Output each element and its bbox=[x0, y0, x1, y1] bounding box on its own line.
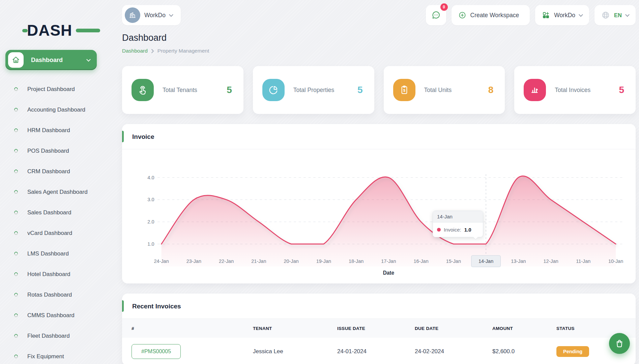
stat-card-total-invoices: Total Invoices5 bbox=[514, 66, 636, 114]
column-header-amount: AMOUNT bbox=[492, 326, 556, 331]
home-icon bbox=[8, 52, 24, 68]
page-title: Dashboard bbox=[122, 33, 636, 43]
ring-icon bbox=[13, 107, 19, 112]
dash-logo: DASH bbox=[27, 21, 86, 40]
svg-text:13-Jan: 13-Jan bbox=[511, 259, 526, 264]
ring-icon bbox=[13, 210, 19, 215]
tooltip-series-label: Invoice: bbox=[444, 227, 461, 233]
topbar-actions: 0 Create Workspace WorkDo bbox=[426, 5, 636, 25]
cell-due-date: 24-02-2024 bbox=[415, 348, 492, 355]
bar-chart-icon bbox=[524, 79, 546, 101]
sidebar-item-sales-agent-dashboard[interactable]: Sales Agent Dashboard bbox=[0, 182, 103, 202]
sidebar-menu: Project DashboardAccounting DashboardHRM… bbox=[0, 74, 103, 364]
svg-text:15-Jan: 15-Jan bbox=[446, 259, 461, 264]
svg-text:24-Jan: 24-Jan bbox=[154, 259, 169, 264]
plus-circle-icon bbox=[458, 11, 466, 19]
messages-button[interactable]: 0 bbox=[426, 5, 446, 25]
ring-icon bbox=[13, 313, 19, 318]
sidebar-item-project-dashboard[interactable]: Project Dashboard bbox=[0, 79, 103, 99]
chevron-down-icon bbox=[625, 12, 630, 17]
column-header-: # bbox=[132, 326, 253, 331]
svg-text:Date: Date bbox=[383, 270, 395, 276]
sidebar-item-label: LMS Dashboard bbox=[27, 250, 69, 257]
sidebar-item-label: POS Dashboard bbox=[27, 148, 69, 154]
cell-issue-date: 24-01-2024 bbox=[337, 348, 415, 355]
building-icon bbox=[128, 11, 137, 19]
svg-text:11-Jan: 11-Jan bbox=[576, 259, 590, 264]
sidebar: DASH Dashboard Project DashboardAccounti… bbox=[0, 0, 103, 364]
sidebar-item-crm-dashboard[interactable]: CRM Dashboard bbox=[0, 161, 103, 182]
invoice-section-title: Invoice bbox=[132, 133, 154, 140]
sidebar-item-hrm-dashboard[interactable]: HRM Dashboard bbox=[0, 120, 103, 141]
sidebar-item-accounting-dashboard[interactable]: Accounting Dashboard bbox=[0, 99, 103, 120]
clipboard-dollar-icon: $ bbox=[393, 79, 415, 101]
svg-text:12-Jan: 12-Jan bbox=[544, 259, 558, 264]
cart-button[interactable] bbox=[609, 333, 630, 354]
column-header-due-date: DUE DATE bbox=[415, 326, 492, 331]
series-dot-icon bbox=[437, 228, 441, 232]
status-badge: Pending bbox=[556, 346, 589, 357]
sidebar-active-label: Dashboard bbox=[31, 57, 63, 64]
sidebar-item-fleet-dashboard[interactable]: Fleet Dashboard bbox=[0, 326, 103, 346]
workspace-selector[interactable]: WorkDo bbox=[122, 5, 181, 25]
stat-card-value: 5 bbox=[619, 85, 624, 95]
svg-text:2.0: 2.0 bbox=[147, 219, 154, 224]
tooltip-date: 14-Jan bbox=[433, 211, 483, 222]
cell-amount: $2,600.0 bbox=[492, 348, 556, 355]
sidebar-item-label: Sales Agent Dashboard bbox=[27, 189, 88, 195]
sidebar-item-rotas-dashboard[interactable]: Rotas Dashboard bbox=[0, 284, 103, 305]
recent-invoices-header: Recent Invoices bbox=[122, 294, 636, 319]
sidebar-item-hotel-dashboard[interactable]: Hotel Dashboard bbox=[0, 264, 103, 284]
stat-card-value: 5 bbox=[357, 85, 363, 95]
ring-icon bbox=[13, 231, 19, 236]
invoice-chart-area: 4.03.02.01.024-Jan23-Jan22-Jan21-Jan20-J… bbox=[122, 149, 636, 283]
invoice-panel-header: Invoice bbox=[122, 124, 636, 149]
stat-card-label: Total Invoices bbox=[555, 87, 590, 94]
create-workspace-button[interactable]: Create Workspace bbox=[452, 5, 530, 25]
ring-icon bbox=[13, 272, 19, 277]
sidebar-item-pos-dashboard[interactable]: POS Dashboard bbox=[0, 141, 103, 161]
svg-text:20-Jan: 20-Jan bbox=[284, 259, 299, 264]
workspace-name: WorkDo bbox=[144, 12, 166, 19]
chevron-right-icon bbox=[151, 49, 154, 53]
chevron-down-icon bbox=[169, 12, 173, 17]
svg-text:22-Jan: 22-Jan bbox=[219, 259, 234, 264]
sidebar-item-vcard-dashboard[interactable]: vCard Dashboard bbox=[0, 223, 103, 243]
svg-text:1.0: 1.0 bbox=[147, 241, 154, 247]
ring-icon bbox=[13, 87, 19, 92]
recent-invoices-panel: Recent Invoices #TENANTISSUE DATEDUE DAT… bbox=[122, 294, 636, 364]
sidebar-item-label: Project Dashboard bbox=[27, 86, 75, 93]
invoice-id-link[interactable]: #PMS00005 bbox=[132, 344, 181, 359]
sidebar-item-label: CMMS Dashboard bbox=[27, 312, 75, 319]
sidebar-item-lms-dashboard[interactable]: LMS Dashboard bbox=[0, 243, 103, 264]
ring-icon bbox=[13, 169, 19, 174]
sidebar-item-label: CRM Dashboard bbox=[27, 168, 70, 175]
stat-card-total-tenants: Total Tenants5 bbox=[122, 66, 243, 114]
sidebar-item-sales-dashboard[interactable]: Sales Dashboard bbox=[0, 202, 103, 223]
language-selector[interactable]: EN bbox=[594, 5, 636, 25]
breadcrumb-dashboard-link[interactable]: Dashboard bbox=[122, 48, 148, 54]
svg-text:17-Jan: 17-Jan bbox=[381, 259, 396, 264]
breadcrumb-current: Property Management bbox=[157, 48, 209, 54]
sidebar-item-fix-equipment[interactable]: Fix Equipment bbox=[0, 346, 103, 364]
sidebar-item-label: Accounting Dashboard bbox=[27, 107, 85, 113]
sidebar-item-label: Rotas Dashboard bbox=[27, 292, 72, 298]
ring-icon bbox=[13, 354, 19, 359]
invoice-area-chart: 4.03.02.01.024-Jan23-Jan22-Jan21-Jan20-J… bbox=[132, 154, 626, 278]
svg-text:23-Jan: 23-Jan bbox=[186, 259, 201, 264]
svg-text:16-Jan: 16-Jan bbox=[414, 259, 429, 264]
green-accent-bar bbox=[122, 300, 124, 312]
sidebar-item-cmms-dashboard[interactable]: CMMS Dashboard bbox=[0, 305, 103, 326]
recent-invoices-title: Recent Invoices bbox=[132, 303, 181, 310]
cell-tenant: Jessica Lee bbox=[253, 348, 337, 355]
invoice-chart-panel: Invoice 4.03.02.01.024-Jan23-Jan22-Jan21… bbox=[122, 124, 636, 283]
topbar: WorkDo 0 Create Wor bbox=[122, 5, 636, 25]
shopping-bag-icon bbox=[614, 338, 625, 348]
chart-tooltip: 14-Jan Invoice: 1.0 bbox=[433, 211, 483, 237]
tooltip-value: 1.0 bbox=[464, 227, 471, 233]
stat-card-label: Total Properties bbox=[293, 87, 335, 94]
workdo-apps-menu[interactable]: WorkDo bbox=[535, 5, 589, 25]
stat-card-label: Total Tenants bbox=[163, 87, 197, 94]
create-workspace-label: Create Workspace bbox=[470, 12, 519, 19]
sidebar-item-dashboard-active[interactable]: Dashboard bbox=[5, 50, 97, 70]
